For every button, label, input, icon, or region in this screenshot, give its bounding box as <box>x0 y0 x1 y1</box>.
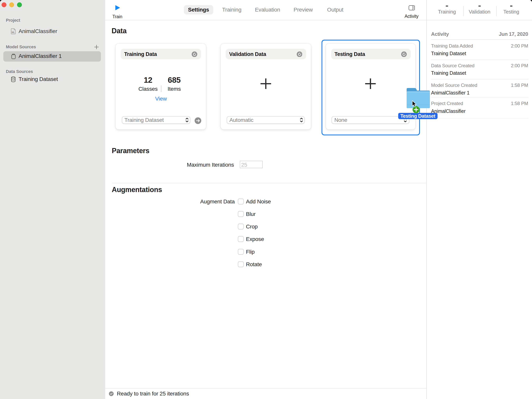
svg-text:ML: ML <box>12 31 15 33</box>
